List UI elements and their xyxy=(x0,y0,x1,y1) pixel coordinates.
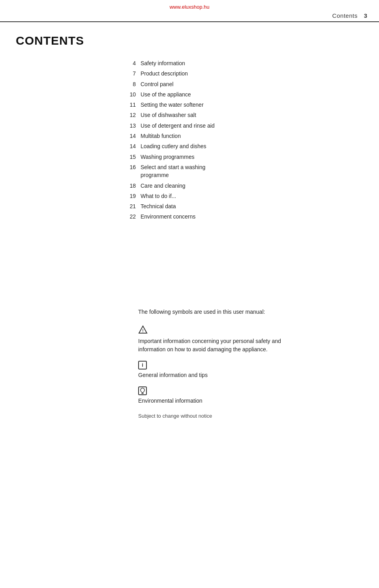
header-right: Contents 3 xyxy=(332,12,367,19)
symbol-entry-info: i General information and tips xyxy=(138,361,288,379)
toc-entry-water: 11 Setting the water softener xyxy=(126,101,363,109)
toc-entry-salt: 12 Use of dishwasher salt xyxy=(126,111,363,119)
toc-label-select: Select and start a washingprogramme xyxy=(141,163,205,179)
toc-num-14a: 14 xyxy=(126,132,141,140)
table-of-contents: 4 Safety information 7 Product descripti… xyxy=(126,59,363,221)
subject-notice: Subject to change without notice xyxy=(138,413,288,419)
svg-text:!: ! xyxy=(142,329,143,333)
page-content: CONTENTS 4 Safety information 7 Product … xyxy=(0,22,379,431)
toc-num-4: 4 xyxy=(126,59,141,67)
toc-entry-select: 16 Select and start a washingprogramme xyxy=(126,163,363,179)
symbol-entry-eco: Environmental information xyxy=(138,386,288,405)
toc-label-control: Control panel xyxy=(141,80,173,88)
toc-num-21: 21 xyxy=(126,202,141,210)
header-bar: Contents 3 xyxy=(0,12,379,22)
toc-num-22: 22 xyxy=(126,213,141,220)
toc-num-13: 13 xyxy=(126,122,141,130)
toc-entry-control: 8 Control panel xyxy=(126,80,363,88)
toc-entry-environment: 22 Environment concerns xyxy=(126,213,363,220)
toc-entry-washing: 15 Washing programmes xyxy=(126,153,363,161)
warning-text: Important information concerning your pe… xyxy=(138,337,288,354)
toc-label-environment: Environment concerns xyxy=(141,213,195,220)
symbols-section: The following symbols are used in this u… xyxy=(138,308,288,419)
info-text: General information and tips xyxy=(138,371,288,379)
header-url: www.eluxshop.hu xyxy=(0,0,379,12)
warning-icon: ! xyxy=(138,325,288,335)
header-title: Contents xyxy=(332,12,358,19)
toc-num-8: 8 xyxy=(126,80,141,88)
symbols-intro: The following symbols are used in this u… xyxy=(138,308,288,316)
toc-num-16: 16 xyxy=(126,163,141,171)
toc-label-product: Product description xyxy=(141,70,188,77)
toc-num-18: 18 xyxy=(126,182,141,190)
toc-num-12: 12 xyxy=(126,111,141,119)
url-text: www.eluxshop.hu xyxy=(169,4,209,10)
toc-label-what: What to do if... xyxy=(141,192,176,200)
toc-entry-detergent: 13 Use of detergent and rinse aid xyxy=(126,122,363,130)
contents-heading: CONTENTS xyxy=(16,34,363,47)
toc-label-loading: Loading cutlery and dishes xyxy=(141,142,206,150)
toc-label-detergent: Use of detergent and rinse aid xyxy=(141,122,215,130)
toc-entry-care: 18 Care and cleaning xyxy=(126,182,363,190)
toc-label-appliance: Use of the appliance xyxy=(141,90,191,98)
toc-entry-multitab: 14 Multitab function xyxy=(126,132,363,140)
toc-num-15: 15 xyxy=(126,153,141,161)
toc-label-safety: Safety information xyxy=(141,59,185,67)
toc-label-technical: Technical data xyxy=(141,202,176,210)
toc-entry-appliance: 10 Use of the appliance xyxy=(126,90,363,98)
toc-entry-technical: 21 Technical data xyxy=(126,202,363,210)
eco-text: Environmental information xyxy=(138,397,288,405)
toc-label-salt: Use of dishwasher salt xyxy=(141,111,196,119)
toc-entry-loading: 14 Loading cutlery and dishes xyxy=(126,142,363,150)
toc-entry-product: 7 Product description xyxy=(126,70,363,77)
symbol-entry-warning: ! Important information concerning your … xyxy=(138,325,288,354)
toc-entry-what: 19 What to do if... xyxy=(126,192,363,200)
toc-label-water: Setting the water softener xyxy=(141,101,204,109)
eco-icon xyxy=(138,386,147,395)
header-page-number: 3 xyxy=(364,12,367,19)
info-icon: i xyxy=(138,361,147,369)
toc-num-10: 10 xyxy=(126,90,141,98)
toc-num-19: 19 xyxy=(126,192,141,200)
toc-num-7: 7 xyxy=(126,70,141,77)
toc-entry-safety: 4 Safety information xyxy=(126,59,363,67)
toc-num-14b: 14 xyxy=(126,142,141,150)
toc-label-care: Care and cleaning xyxy=(141,182,186,190)
toc-label-washing: Washing programmes xyxy=(141,153,194,161)
toc-label-multitab: Multitab function xyxy=(141,132,181,140)
toc-num-11: 11 xyxy=(126,101,141,109)
